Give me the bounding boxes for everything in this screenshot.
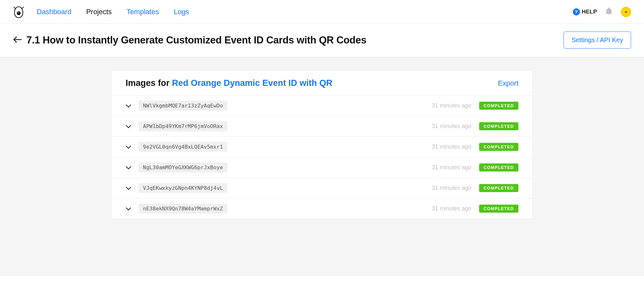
top-nav: Dashboard Projects Templates Logs ? HELP [0, 0, 644, 24]
table-row: NWlVkgmbMQE7ar13zZyAqEwDo31 minutes agoC… [111, 96, 533, 116]
nav-templates[interactable]: Templates [127, 8, 159, 16]
status-badge: COMPLETED [479, 122, 518, 130]
svg-line-2 [14, 7, 15, 8]
table-row: nE38ekNX9Qn78W4aYMamprWxZ31 minutes agoC… [111, 198, 533, 219]
image-id: NWlVkgmbMQE7ar13zZyAqEwDo [138, 101, 227, 111]
nav-logs[interactable]: Logs [174, 8, 189, 16]
panel-header: Images for Red Orange Dynamic Event ID w… [111, 70, 533, 96]
row-timestamp: 31 minutes ago [432, 123, 471, 130]
chevron-down-icon[interactable] [126, 145, 132, 149]
svg-line-3 [22, 7, 24, 8]
page-header: 7.1 How to Instantly Generate Customized… [0, 24, 644, 57]
main-area: Images for Red Orange Dynamic Event ID w… [0, 57, 644, 276]
user-avatar[interactable] [621, 7, 631, 17]
table-row: NgL30amMOYeGXKWG6prJxBoye31 minutes agoC… [111, 157, 533, 178]
status-badge: COMPLETED [479, 143, 518, 151]
chevron-down-icon[interactable] [126, 186, 132, 190]
page-title: 7.1 How to Instantly Generate Customized… [26, 34, 366, 46]
status-badge: COMPLETED [479, 102, 518, 110]
chevron-down-icon[interactable] [126, 125, 132, 128]
help-label: HELP [582, 9, 597, 15]
row-timestamp: 31 minutes ago [432, 185, 471, 191]
nav-links: Dashboard Projects Templates Logs [37, 8, 189, 16]
row-timestamp: 31 minutes ago [432, 102, 471, 109]
help-button[interactable]: ? HELP [573, 8, 597, 15]
svg-point-4 [625, 11, 627, 13]
images-panel: Images for Red Orange Dynamic Event ID w… [111, 70, 533, 219]
image-id: APW1bDp49YKm7rMP6jmVoORax [138, 121, 227, 131]
svg-point-0 [17, 11, 21, 15]
image-id: 9e2VGL0qn6Vg4BxLQEAv5mxr1 [138, 142, 227, 152]
svg-point-1 [18, 12, 19, 13]
nav-dashboard[interactable]: Dashboard [37, 8, 71, 16]
panel-title-prefix: Images for [126, 78, 172, 88]
chevron-down-icon[interactable] [126, 166, 132, 170]
image-id: NgL30amMOYeGXKWG6prJxBoye [138, 162, 227, 172]
status-badge: COMPLETED [479, 163, 518, 171]
chevron-down-icon[interactable] [126, 104, 132, 108]
status-badge: COMPLETED [479, 184, 518, 192]
row-timestamp: 31 minutes ago [432, 205, 471, 212]
table-row: 9e2VGL0qn6Vg4BxLQEAv5mxr131 minutes agoC… [111, 137, 533, 157]
notifications-icon[interactable] [605, 7, 612, 16]
panel-title: Images for Red Orange Dynamic Event ID w… [126, 78, 332, 88]
row-timestamp: 31 minutes ago [432, 164, 471, 171]
settings-api-key-button[interactable]: Settings / API Key [564, 32, 631, 49]
status-badge: COMPLETED [479, 205, 518, 213]
table-row: APW1bDp49YKm7rMP6jmVoORax31 minutes agoC… [111, 116, 533, 137]
chevron-down-icon[interactable] [126, 207, 132, 211]
nav-projects[interactable]: Projects [86, 8, 112, 16]
app-logo[interactable] [13, 6, 24, 18]
export-link[interactable]: Export [498, 79, 518, 88]
image-id: VJqEKwxkyzGNpn4KYNP8dj4vL [138, 183, 227, 193]
row-timestamp: 31 minutes ago [432, 143, 471, 150]
panel-title-link[interactable]: Red Orange Dynamic Event ID with QR [172, 78, 332, 88]
help-icon: ? [573, 8, 580, 15]
image-id: nE38ekNX9Qn78W4aYMamprWxZ [138, 204, 227, 214]
back-arrow-icon[interactable] [13, 36, 22, 45]
table-row: VJqEKwxkyzGNpn4KYNP8dj4vL31 minutes agoC… [111, 178, 533, 198]
